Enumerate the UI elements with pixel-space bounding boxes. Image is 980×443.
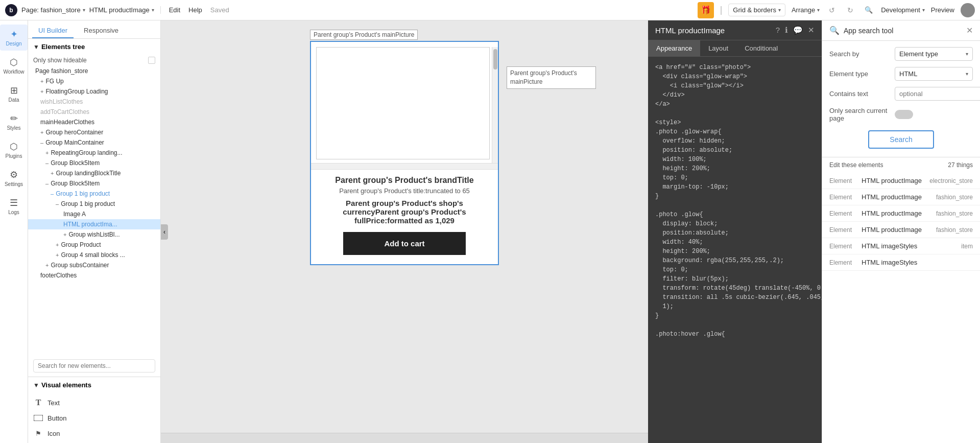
element-type-select[interactable]: HTML ▾ bbox=[895, 67, 973, 81]
visual-element-icon[interactable]: ⚑ Icon bbox=[33, 426, 155, 441]
canvas-scrollbar-horizontal[interactable] bbox=[311, 163, 498, 169]
html-panel-code[interactable]: <a href="#" class="photo"> <div class="g… bbox=[648, 57, 822, 443]
question-icon[interactable]: ? bbox=[776, 26, 780, 35]
html-tab-layout[interactable]: Layout bbox=[700, 40, 736, 56]
expand-icon[interactable]: + bbox=[51, 170, 54, 176]
result-item-20[interactable]: Element HTML productImage electronic_sto… bbox=[822, 173, 980, 189]
html-tab-conditional[interactable]: Conditional bbox=[736, 40, 786, 56]
result-item-25[interactable]: Element HTML imageStyles bbox=[822, 254, 980, 271]
tree-item-block5item-1[interactable]: – Group Block5Item 👁 bbox=[28, 158, 160, 168]
result-24-page: item bbox=[961, 243, 973, 250]
page-selector[interactable]: Page: fashion_store ▾ bbox=[21, 6, 85, 14]
tree-item-fg-up[interactable]: + FG Up 👁 bbox=[28, 76, 160, 86]
tree-item-group-subs[interactable]: + Group subsContainer 👁 bbox=[28, 260, 160, 270]
development-button[interactable]: Development ▾ bbox=[881, 6, 925, 14]
collapse-icon[interactable]: – bbox=[51, 191, 54, 197]
canvas-add-to-cart-button[interactable]: Add to cart bbox=[343, 232, 465, 255]
html-product-selector[interactable]: HTML productImage ▾ bbox=[89, 6, 161, 14]
expand-icon[interactable]: + bbox=[56, 252, 59, 258]
tree-item-group-main[interactable]: – Group MainContainer 👁 bbox=[28, 137, 160, 148]
redo-button[interactable]: ↻ bbox=[844, 4, 856, 16]
collapse-icon[interactable]: – bbox=[40, 139, 43, 146]
tree-item-group-product[interactable]: + Group Product 👁 bbox=[28, 240, 160, 250]
close-icon[interactable]: ✕ bbox=[808, 26, 815, 35]
search-by-row: Search by Element type ▾ bbox=[829, 47, 973, 61]
collapse-icon[interactable]: – bbox=[45, 160, 49, 166]
tree-item-footer[interactable]: footerClothes 👁 bbox=[28, 270, 160, 281]
tree-item-group-1-big-2[interactable]: – Group 1 big product 👁 bbox=[28, 199, 160, 209]
tree-item-main-header[interactable]: mainHeaderClothes 👁 bbox=[28, 117, 160, 127]
comment-icon[interactable]: 💬 bbox=[793, 26, 803, 35]
canvas-scroll[interactable]: Parent group's Product's mainPicture Par… bbox=[161, 20, 648, 433]
tree-item-group-1-big[interactable]: – Group 1 big product 👁 bbox=[28, 189, 160, 199]
collapse-icon[interactable]: – bbox=[45, 180, 49, 186]
result-item-24[interactable]: Element HTML imageStyles item bbox=[822, 238, 980, 254]
tree-item-group-4-small[interactable]: + Group 4 small blocks ... 👁 bbox=[28, 250, 160, 260]
sidebar-item-logs-label: Logs bbox=[8, 209, 19, 215]
expand-icon[interactable]: + bbox=[63, 231, 66, 238]
search-elements-input[interactable] bbox=[33, 359, 155, 372]
result-item-22[interactable]: Element HTML productImage fashion_store bbox=[822, 205, 980, 222]
expand-icon[interactable]: + bbox=[40, 88, 43, 95]
tree-item-addtocart[interactable]: addToCartClothes 👁 bbox=[28, 107, 160, 117]
tab-ui-builder[interactable]: UI Builder bbox=[32, 24, 74, 38]
tree-item-page[interactable]: Page fashion_store 👁 bbox=[28, 66, 160, 76]
visual-element-button[interactable]: Button bbox=[33, 410, 155, 426]
expand-icon[interactable]: + bbox=[40, 129, 43, 135]
expand-icon[interactable]: + bbox=[40, 78, 43, 84]
sidebar-item-workflow-label: Workflow bbox=[4, 69, 25, 75]
panel-collapse-arrow[interactable]: ‹ bbox=[161, 224, 168, 240]
app-search-close-button[interactable]: ✕ bbox=[966, 26, 973, 35]
tree-collapse-icon[interactable]: ▼ bbox=[33, 43, 39, 51]
collapse-icon[interactable]: – bbox=[56, 201, 59, 207]
contains-text-input[interactable] bbox=[895, 87, 980, 101]
html-tab-appearance[interactable]: Appearance bbox=[648, 40, 700, 56]
only-show-hideable-checkbox[interactable] bbox=[148, 57, 155, 64]
tree-item-image-a-label: Image A bbox=[63, 211, 86, 218]
tree-item-floating-group[interactable]: + FloatingGroup Loading 👁 bbox=[28, 86, 160, 97]
tree-item-image-a[interactable]: Image A 👁 bbox=[28, 209, 160, 219]
sidebar-item-logs[interactable]: ☰ Logs bbox=[0, 193, 28, 219]
expand-icon[interactable]: + bbox=[45, 262, 49, 268]
svg-rect-0 bbox=[34, 415, 43, 421]
preview-button[interactable]: Preview bbox=[931, 6, 954, 14]
sidebar-item-design[interactable]: ✦ Design bbox=[0, 25, 28, 51]
sidebar-item-workflow[interactable]: ⬡ Workflow bbox=[0, 53, 28, 79]
sidebar-item-plugins[interactable]: ⬡ Plugins bbox=[0, 137, 28, 163]
tree-item-html-productima[interactable]: HTML productIma... 👁 bbox=[28, 219, 160, 229]
search-by-select[interactable]: Element type ▾ bbox=[895, 47, 973, 61]
only-current-page-toggle[interactable] bbox=[895, 110, 913, 119]
page-chevron-icon: ▾ bbox=[83, 7, 85, 13]
canvas-scrollbar-vertical[interactable] bbox=[492, 47, 498, 169]
tree-item-block5item-2[interactable]: – Group Block5Item 👁 bbox=[28, 178, 160, 189]
tree-item-wishlist[interactable]: wishListClothes 👁 bbox=[28, 97, 160, 107]
tree-item-repeating[interactable]: + RepeatingGroup landing... 👁 bbox=[28, 148, 160, 158]
expand-icon[interactable]: + bbox=[45, 150, 49, 156]
visual-elements-toggle-icon[interactable]: ▼ bbox=[33, 382, 39, 389]
grid-borders-button[interactable]: Grid & borders ▾ bbox=[728, 4, 785, 16]
tree-item-group-product-label: Group Product bbox=[61, 241, 101, 248]
sidebar-item-data[interactable]: ⊞ Data bbox=[0, 81, 28, 107]
gift-icon[interactable]: 🎁 bbox=[698, 2, 714, 18]
tree-item-group-wishlist[interactable]: + Group wishListBl... 👁 bbox=[28, 229, 160, 240]
info-icon[interactable]: ℹ bbox=[785, 26, 788, 35]
search-icon[interactable]: 🔍 bbox=[863, 4, 875, 16]
grid-borders-label: Grid & borders bbox=[733, 6, 776, 14]
only-current-page-row: Only search current page bbox=[829, 107, 973, 122]
search-button[interactable]: Search bbox=[868, 130, 934, 149]
expand-icon[interactable]: + bbox=[56, 242, 59, 248]
tab-responsive[interactable]: Responsive bbox=[78, 24, 125, 38]
sidebar-item-settings[interactable]: ⚙ Settings bbox=[0, 165, 28, 191]
sidebar-item-styles[interactable]: ✏ Styles bbox=[0, 109, 28, 135]
edit-menu[interactable]: Edit bbox=[169, 6, 180, 14]
arrange-button[interactable]: Arrange ▾ bbox=[792, 6, 820, 14]
tree-item-group-hero[interactable]: + Group heroContainer 👁 bbox=[28, 127, 160, 137]
result-item-21[interactable]: Element HTML productImage fashion_store bbox=[822, 189, 980, 205]
result-item-23[interactable]: Element HTML productImage fashion_store bbox=[822, 222, 980, 238]
help-menu[interactable]: Help bbox=[188, 6, 202, 14]
undo-button[interactable]: ↺ bbox=[826, 4, 838, 16]
contains-text-row: Contains text bbox=[829, 87, 973, 101]
tree-item-landing-block[interactable]: + Group landingBlockTitle 👁 bbox=[28, 168, 160, 178]
visual-element-text[interactable]: T Text bbox=[33, 395, 155, 410]
avatar[interactable] bbox=[961, 3, 975, 17]
